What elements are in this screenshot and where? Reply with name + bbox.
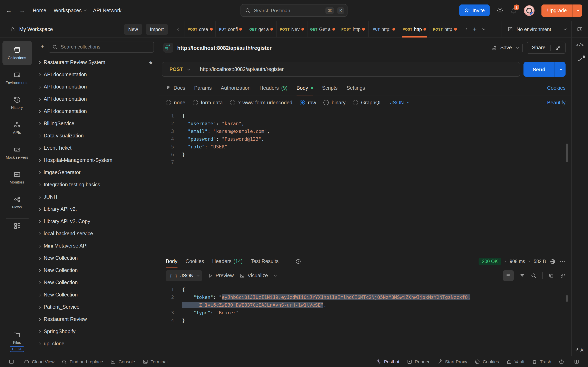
chevron-right-icon[interactable] (38, 269, 40, 271)
editor-scrollbar[interactable] (566, 143, 568, 162)
sidebar-item-apis[interactable]: APIs (2, 115, 32, 140)
tab-scroll-left[interactable] (172, 21, 185, 37)
response-history-icon[interactable] (295, 258, 302, 264)
collection-row[interactable]: Patient_Service (34, 301, 159, 313)
collection-row[interactable]: Library API v2. (34, 203, 159, 215)
collection-row[interactable]: imgaeGenerator (34, 166, 159, 179)
tab-headers[interactable]: Headers(9) (259, 81, 287, 95)
body-mode-none[interactable]: none (166, 100, 185, 105)
tab-scroll-right[interactable] (465, 28, 467, 31)
request-body-editor[interactable]: 1{2 "username": "karan",3 "email": "kara… (159, 110, 571, 255)
cookies-link[interactable]: Cookies (547, 85, 566, 91)
collection-row[interactable]: upi-clone (34, 338, 159, 350)
add-modules-icon[interactable] (13, 222, 21, 230)
collection-row[interactable]: API documentation (34, 105, 159, 117)
collection-row[interactable]: API documentation (34, 81, 159, 93)
tab-docs[interactable]: Docs (166, 81, 185, 95)
import-button[interactable]: Import (146, 24, 168, 34)
statusbar-help[interactable] (555, 356, 568, 367)
response-tab-body[interactable]: Body (166, 255, 177, 267)
collection-row[interactable]: JUNIT (34, 191, 159, 203)
gear-icon[interactable] (497, 7, 503, 14)
chevron-right-icon[interactable] (38, 98, 40, 100)
send-button[interactable]: Send (523, 62, 566, 77)
chevron-right-icon[interactable] (38, 233, 40, 235)
copy-link-icon[interactable] (550, 45, 565, 51)
statusbar-runner[interactable]: Runner (403, 356, 433, 367)
sidebar-item-flows[interactable]: Flows (2, 190, 32, 215)
chevron-right-icon[interactable] (38, 306, 40, 308)
statusbar-console[interactable]: Console (107, 356, 139, 367)
statusbar-start-proxy[interactable]: Start Proxy (433, 356, 471, 367)
back-arrow-icon[interactable]: ← (6, 7, 12, 14)
response-body-editor[interactable]: 1{2 "token": "eyJhbGciOiJIUzI1NiJ9.eyJzd… (159, 284, 571, 356)
chevron-right-icon[interactable] (38, 343, 40, 345)
chevron-right-icon[interactable] (38, 220, 40, 222)
statusbar-split[interactable] (570, 356, 583, 367)
sidebar-item-history[interactable]: History (2, 91, 32, 115)
environment-selector[interactable]: No environment (501, 21, 571, 37)
collection-row[interactable]: New Collection (34, 289, 159, 301)
response-format-selector[interactable]: { } JSON (166, 270, 202, 281)
response-tab-headers[interactable]: Headers(14) (212, 255, 242, 267)
chevron-right-icon[interactable] (38, 331, 40, 333)
open-tab-4[interactable]: GETGet a (307, 21, 338, 37)
collection-row[interactable]: BillingService (34, 117, 159, 130)
response-options-icon[interactable] (559, 258, 566, 264)
send-options-chevron[interactable] (554, 62, 566, 77)
wrap-text-button[interactable] (503, 270, 514, 281)
open-tab-3[interactable]: POSTNev (277, 21, 307, 37)
network-info-icon[interactable] (550, 258, 556, 264)
statusbar-cookies[interactable]: Cookies (471, 356, 503, 367)
collection-row[interactable]: Hospital-Management-System (34, 154, 159, 166)
body-mode-GraphQL[interactable]: GraphQL (353, 100, 382, 105)
new-tab-button[interactable]: + (473, 25, 477, 33)
sidebar-item-monitors[interactable]: Monitors (2, 165, 32, 190)
filter-icon[interactable] (519, 273, 525, 278)
open-tab-5[interactable]: POSThttp (338, 21, 368, 37)
visualize-options-chevron[interactable] (274, 274, 277, 276)
statusbar-trash[interactable]: Trash (528, 356, 555, 367)
statusbar-terminal[interactable]: Terminal (139, 356, 171, 367)
connections-icon[interactable] (577, 57, 583, 63)
collection-row[interactable]: Event Ticket (34, 142, 159, 154)
tab-settings[interactable]: Settings (347, 81, 365, 95)
upgrade-button[interactable]: Upgrade (541, 4, 582, 17)
chevron-right-icon[interactable] (38, 159, 40, 161)
status-badge[interactable]: 200 OK (479, 258, 501, 265)
save-options-chevron[interactable] (516, 46, 519, 49)
beautify-link[interactable]: Beautify (547, 100, 566, 105)
search-collections-input[interactable]: Search collections (49, 42, 154, 52)
open-tab-1[interactable]: PUTconfi (215, 21, 246, 37)
environment-quick-look[interactable] (571, 21, 588, 37)
chevron-right-icon[interactable] (38, 208, 40, 210)
chevron-right-icon[interactable] (38, 86, 40, 88)
upgrade-chevron[interactable] (572, 4, 582, 17)
chevron-right-icon[interactable] (38, 135, 40, 137)
share-button[interactable]: Share (527, 42, 566, 54)
open-tab-8[interactable]: POSThttp (430, 21, 460, 37)
chevron-right-icon[interactable] (38, 171, 40, 174)
nav-home[interactable]: Home (33, 8, 46, 13)
sidebar-item-environments[interactable]: Environments (2, 66, 32, 90)
collection-row[interactable]: API documentation (34, 93, 159, 105)
save-button[interactable]: Save (491, 45, 512, 51)
chevron-right-icon[interactable] (38, 110, 40, 112)
forward-arrow-icon[interactable]: → (19, 7, 25, 14)
open-tab-6[interactable]: PUThttp: (368, 21, 399, 37)
tab-params[interactable]: Params (194, 81, 212, 95)
collection-row[interactable]: Mini Metaverse API (34, 240, 159, 252)
visualize-button[interactable]: Visualize (240, 273, 268, 278)
collection-row[interactable]: local-backend-service (34, 227, 159, 240)
collection-row[interactable]: Library API v2. Copy (34, 215, 159, 227)
chevron-right-icon[interactable] (38, 318, 40, 320)
statusbar-postbot[interactable]: Postbot (372, 356, 403, 367)
open-tab-2[interactable]: GETget a (246, 21, 277, 37)
method-selector[interactable]: POST (162, 67, 195, 72)
collection-row[interactable]: New Collection (34, 252, 159, 264)
chevron-right-icon[interactable] (38, 147, 40, 149)
tab-scripts[interactable]: Scripts (322, 81, 337, 95)
body-language-selector[interactable]: JSON (390, 100, 409, 105)
workspace-title[interactable]: My Workspace (19, 26, 121, 32)
statusbar-find-and-replace[interactable]: Find and replace (58, 356, 107, 367)
